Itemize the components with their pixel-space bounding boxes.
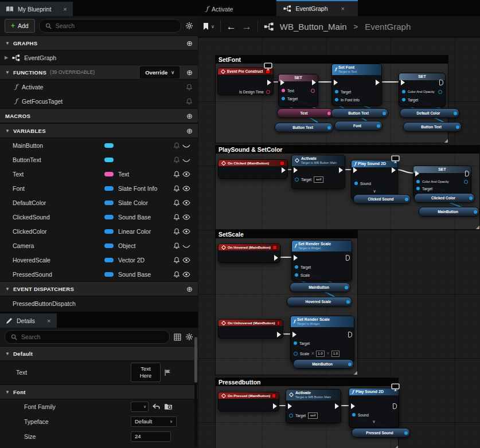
function-item-activate[interactable]: ƒ Activate — [0, 80, 198, 94]
exec-in-pin[interactable] — [294, 255, 298, 261]
blueprint-search-input[interactable]: Search — [39, 19, 181, 33]
node-activate[interactable]: Activate Target is WB Button Main Target… — [291, 155, 345, 189]
scale-pin[interactable] — [294, 352, 298, 356]
variables-section-header[interactable]: ▼ VARIABLES ⊕ — [0, 123, 198, 138]
eye-icon[interactable] — [180, 171, 193, 177]
sound-pin[interactable] — [354, 182, 358, 185]
pill-hovered-scale[interactable]: Hovered Scale — [287, 297, 352, 306]
exec-out-pin[interactable] — [273, 403, 277, 409]
node-set-color-opacity[interactable]: SET Color And Opacity Target — [399, 73, 446, 107]
bookmarks-button[interactable]: ∨ — [202, 22, 214, 30]
node-on-pressed[interactable]: On Pressed (MainButton) — [218, 392, 279, 411]
size-input[interactable]: 24 — [131, 431, 171, 442]
variable-row-text[interactable]: Text Text — [0, 167, 198, 181]
font-family-dropdown[interactable]: ∨ — [131, 402, 149, 412]
variable-row-hoveredscale[interactable]: HoveredScale Vector 2D — [0, 253, 198, 267]
pill-main-button[interactable]: MainButton — [290, 282, 350, 292]
exec-out-pin[interactable] — [335, 403, 339, 409]
node-event-pre-construct[interactable]: Event Pre Construct Is Design Time — [217, 68, 274, 95]
value-out-pin[interactable] — [464, 180, 468, 184]
pin-dot[interactable] — [377, 124, 380, 128]
eye-closed-icon[interactable] — [180, 157, 193, 163]
pill-font[interactable]: Font — [334, 121, 383, 131]
scale-y-input[interactable]: 1.0 — [331, 351, 339, 357]
macros-section-header[interactable]: MACROS ⊕ — [0, 108, 198, 123]
eye-icon[interactable] — [180, 186, 193, 191]
exec-out-pin[interactable] — [439, 80, 443, 85]
graph-canvas[interactable]: SetFont ◢ PlaySound & SetColor ◢ SetScal… — [198, 37, 480, 448]
exec-in-pin[interactable] — [401, 80, 405, 85]
bell-icon[interactable] — [173, 257, 180, 264]
pill-clicked-sound[interactable]: Clicked Sound — [353, 194, 411, 204]
dispatchers-section-header[interactable]: ▼ EVENT DISPATCHERS ⊕ — [0, 281, 198, 296]
node-on-clicked[interactable]: On Clicked (MainButton) — [218, 159, 288, 179]
pin-dot[interactable] — [404, 431, 408, 435]
default-section-header[interactable]: ▼ Default — [0, 346, 198, 361]
bell-icon[interactable] — [173, 185, 180, 192]
text-pin[interactable] — [282, 89, 285, 92]
add-function-icon[interactable]: ⊕ — [186, 69, 193, 76]
target-pin[interactable] — [402, 98, 405, 101]
self-input[interactable]: self — [314, 176, 323, 183]
exec-in-pin[interactable] — [280, 80, 284, 85]
bell-icon[interactable] — [173, 156, 180, 163]
pill-button-text[interactable]: Button Text — [331, 108, 388, 118]
functions-section-header[interactable]: ▼ FUNCTIONS (39 OVERRIDABLE) Override ∨ … — [0, 65, 198, 80]
bell-icon[interactable] — [173, 242, 180, 249]
pill-default-color[interactable]: Default Color — [400, 108, 459, 118]
display-filter-icon[interactable] — [174, 333, 181, 341]
exec-in-pin[interactable] — [353, 167, 357, 173]
text-value-input[interactable]: Text Here — [131, 363, 161, 382]
node-on-hovered[interactable]: On Hovered (MainButton) — [218, 243, 280, 263]
breadcrumb-root[interactable]: WB_Button_Main — [280, 22, 347, 32]
pin-dot[interactable] — [405, 198, 408, 201]
exec-out-pin[interactable] — [267, 80, 271, 85]
gear-icon[interactable] — [185, 22, 193, 30]
variable-row-clickedcolor[interactable]: ClickedColor Linear Color — [0, 224, 198, 238]
variable-row-buttontext[interactable]: ButtonText — [0, 152, 198, 167]
exec-in-pin[interactable] — [351, 403, 355, 409]
add-variable-icon[interactable]: ⊕ — [186, 127, 193, 135]
breadcrumb-current[interactable]: EventGraph — [365, 22, 411, 32]
tab-details[interactable]: Details × — [0, 313, 57, 328]
use-selected-asset-icon[interactable] — [152, 403, 161, 410]
pill-pressed-sound[interactable]: Pressed Sound — [352, 428, 410, 438]
add-dispatcher-icon[interactable]: ⊕ — [186, 285, 193, 293]
caret-down-icon[interactable]: ▼ — [5, 390, 10, 395]
pin-dot[interactable] — [456, 125, 459, 129]
caret-down-icon[interactable]: ▼ — [5, 128, 10, 133]
target-pin[interactable] — [295, 178, 299, 182]
value-out-pin[interactable] — [438, 90, 442, 94]
exec-out-pin[interactable] — [277, 332, 281, 337]
pill-main-button[interactable]: MainButton — [419, 207, 479, 217]
node-set-render-scale-unhover[interactable]: ƒ Set Render Scale Target is Widget Targ… — [290, 316, 354, 363]
target-pin[interactable] — [295, 265, 298, 269]
node-on-unhovered[interactable]: On Unhovered (MainButton) — [218, 319, 283, 339]
exec-in-pin[interactable] — [415, 171, 419, 176]
exec-out-pin[interactable] — [346, 255, 350, 261]
pill-text[interactable]: Text — [277, 108, 333, 118]
override-dropdown[interactable]: Override ∨ — [140, 66, 179, 78]
eye-icon[interactable] — [180, 214, 193, 220]
eye-icon[interactable] — [180, 257, 193, 263]
eye-closed-icon[interactable] — [180, 243, 193, 249]
caret-right-icon[interactable]: ▶ — [5, 55, 8, 60]
target-pin[interactable] — [294, 341, 297, 345]
gear-icon[interactable] — [185, 333, 193, 341]
bell-icon[interactable] — [186, 84, 193, 91]
graphs-section-header[interactable]: ▼ GRAPHS ⊕ — [0, 36, 198, 50]
caret-down-icon[interactable]: ▼ — [5, 41, 10, 46]
dispatcher-item[interactable]: PressedButtonDispatch — [0, 296, 198, 311]
pill-clicked-color[interactable]: Clicked Color — [414, 193, 475, 203]
target-pin[interactable] — [289, 414, 293, 418]
back-arrow-icon[interactable]: ← — [227, 22, 236, 32]
tab-eventgraph[interactable]: EventGraph × — [276, 0, 358, 16]
exec-out-pin[interactable] — [376, 80, 380, 85]
eye-closed-icon[interactable] — [180, 143, 193, 148]
bell-icon[interactable] — [173, 271, 180, 278]
pin-dot[interactable] — [327, 126, 331, 129]
node-activate-pressed[interactable]: Activate Target is WB Button Main Target… — [286, 389, 341, 423]
eye-icon[interactable] — [180, 229, 193, 234]
expand-chevron-icon[interactable]: ∨ — [372, 419, 375, 423]
target-pin[interactable] — [282, 97, 285, 100]
